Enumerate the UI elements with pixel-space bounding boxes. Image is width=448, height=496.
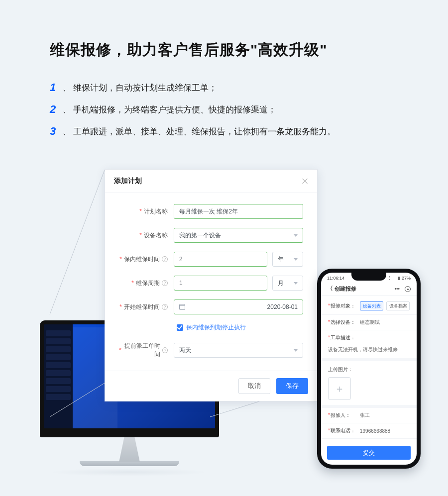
more-icon[interactable]: •••: [394, 286, 400, 292]
help-icon[interactable]: ?: [162, 280, 168, 286]
repair-target-label: 报修对象：: [331, 303, 355, 308]
help-icon[interactable]: ?: [162, 347, 168, 353]
save-button[interactable]: 保存: [276, 378, 308, 394]
svg-line-0: [50, 170, 105, 314]
reporter-label: 报修人：: [331, 412, 350, 418]
bullet-number: 2: [50, 103, 60, 116]
back-button[interactable]: 〈 创建报修: [327, 285, 356, 293]
calendar-icon: [179, 304, 185, 310]
plus-icon: ＋: [335, 382, 344, 396]
bullet-sep: 、: [63, 126, 71, 137]
upload-button[interactable]: ＋: [328, 377, 351, 400]
phone-value[interactable]: 19966668888: [360, 428, 410, 434]
dialog-title: 添加计划: [114, 177, 142, 186]
wifi-icon: ⋮⋮: [387, 276, 396, 281]
select-device-label: 选择设备：: [331, 319, 355, 325]
cycle-unit-select[interactable]: 月: [272, 276, 303, 291]
tab-device-archive[interactable]: 设备档案: [386, 301, 410, 310]
select-device-value[interactable]: 组态测试: [360, 319, 410, 326]
warranty-time-input[interactable]: 2: [174, 252, 267, 267]
submit-button[interactable]: 提交: [327, 446, 411, 460]
cycle-label: 维保周期: [136, 279, 160, 288]
work-desc-label: 工单描述：: [331, 335, 355, 340]
chevron-left-icon: 〈: [327, 285, 333, 293]
bullet-text: 手机端报修，为终端客户提供方便、快捷的报修渠道；: [73, 104, 276, 115]
cycle-input[interactable]: 1: [174, 276, 267, 291]
chevron-down-icon: [294, 234, 298, 237]
cancel-button[interactable]: 取消: [238, 378, 270, 394]
chevron-down-icon: [294, 282, 298, 285]
target-icon[interactable]: [405, 286, 411, 292]
bullet-text: 工单跟进，派单、接单、处理、维保报告，让你拥有一条龙服务能力。: [73, 126, 336, 137]
add-plan-dialog: 添加计划 *计划名称 每月维保一次 维保2年 *设备名称 我的第一个设备 *保内…: [105, 169, 318, 401]
status-battery: 27%: [402, 276, 411, 281]
reporter-value[interactable]: 张工: [360, 412, 410, 419]
bullet-sep: 、: [63, 82, 71, 94]
stop-at-expiry-checkbox[interactable]: 保内维保到期停止执行: [119, 323, 303, 332]
upload-label: 上传图片：: [328, 366, 410, 373]
chevron-down-icon: [294, 349, 298, 352]
bullet-number: 1: [50, 81, 60, 94]
start-time-label: 开始维保时间: [124, 303, 160, 311]
device-name-select[interactable]: 我的第一个设备: [174, 228, 303, 243]
phone-label: 联系电话：: [331, 428, 355, 433]
lead-time-select[interactable]: 两天: [174, 343, 303, 358]
bullet-text: 维保计划，自动按计划生成维保工单；: [73, 82, 217, 94]
plan-name-label: 计划名称: [144, 207, 168, 216]
work-desc-value[interactable]: 设备无法开机，请尽快过来维修: [321, 345, 417, 361]
hero-bullets: 1 、 维保计划，自动按计划生成维保工单； 2 、 手机端报修，为终端客户提供方…: [50, 81, 408, 138]
chevron-down-icon: [294, 258, 298, 261]
warranty-unit-select[interactable]: 年: [272, 252, 303, 267]
start-date-input[interactable]: 2020-08-01: [174, 299, 303, 314]
phone-illustration: 11:06:14 ⋮⋮ ▮ 27% 〈 创建报修 ••• *报修对象： 设备列表: [317, 269, 421, 469]
help-icon[interactable]: ?: [162, 304, 168, 310]
device-name-label: 设备名称: [144, 231, 168, 240]
plan-name-input[interactable]: 每月维保一次 维保2年: [174, 204, 303, 219]
help-icon[interactable]: ?: [162, 256, 168, 262]
warranty-time-label: 保内维保时间: [124, 255, 160, 264]
close-icon[interactable]: [302, 178, 308, 184]
checkbox-icon: [177, 324, 183, 331]
hero-title: 维保报修，助力客户售后服务"高效升级": [50, 40, 408, 60]
signal-icon: ▮: [398, 276, 400, 281]
tab-device-list[interactable]: 设备列表: [360, 301, 383, 310]
lead-time-label: 提前派工单时间: [123, 342, 160, 359]
status-time: 11:06:14: [327, 276, 344, 281]
bullet-sep: 、: [63, 104, 71, 115]
bullet-number: 3: [50, 125, 60, 138]
